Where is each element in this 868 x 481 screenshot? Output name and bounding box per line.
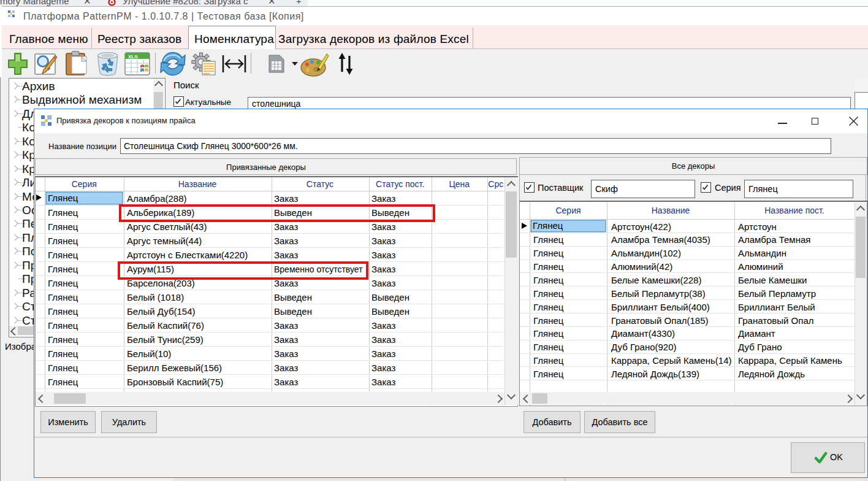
svg-text:XLS: XLS [128, 54, 138, 60]
